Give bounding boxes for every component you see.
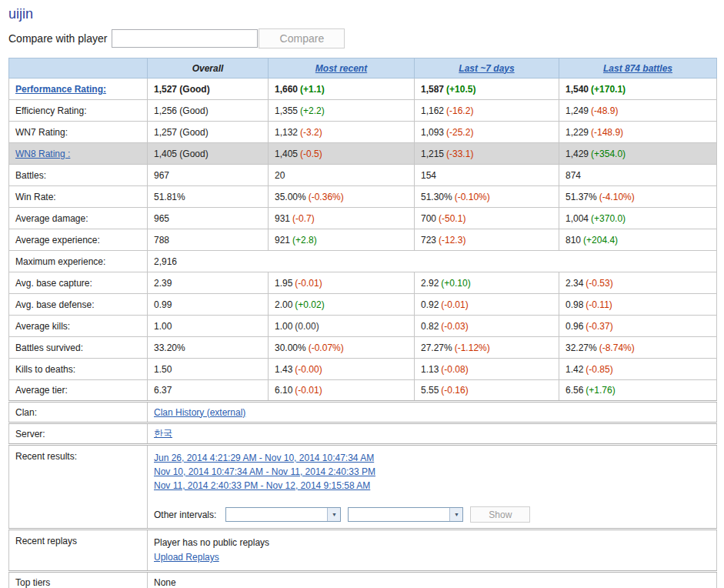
interval-select-value <box>226 508 327 521</box>
row-efficiency-rating: Efficiency Rating:1,256 (Good)1,355(+2.2… <box>9 100 717 122</box>
upload-replays-line: Upload Replays <box>154 550 710 565</box>
row-average-experience: Average experience:788921(+2.8)723(-12.3… <box>9 229 717 251</box>
stat-delta: (-16.2) <box>446 105 473 116</box>
stat-cell: 1,162(-16.2) <box>415 100 559 122</box>
stat-delta: (+204.4) <box>583 235 618 246</box>
stat-cell: 921(+2.8) <box>269 229 415 251</box>
result-interval-link[interactable]: Nov 10, 2014 10:47:34 AM - Nov 11, 2014 … <box>154 465 710 479</box>
stat-value: 700 <box>421 213 436 224</box>
stat-cell: 30.00%(-0.07%) <box>269 337 415 359</box>
col-header-link-last-874-battles[interactable]: Last 874 battles <box>603 63 672 74</box>
row-battles-survived: Battles survived:33.20%30.00%(-0.07%)27.… <box>9 337 717 359</box>
cell-clan: Clan History (external) <box>148 402 717 423</box>
compare-input[interactable] <box>112 29 258 48</box>
interval-select-value <box>349 508 449 521</box>
row-battles: Battles:96720154874 <box>9 165 717 186</box>
stat-delta: (-148.9) <box>591 127 623 138</box>
stat-cell: 1.50 <box>148 359 269 380</box>
stat-value: 921 <box>275 235 290 246</box>
row-label-recent-replays: Recent replays <box>9 530 148 572</box>
chevron-down-icon: ▼ <box>327 508 340 521</box>
stat-value: 1,004 <box>566 213 589 224</box>
stat-cell: 2.00(+0.02) <box>269 294 415 316</box>
compare-button[interactable]: Compare <box>259 28 345 48</box>
stat-value: 1,660 <box>275 84 298 95</box>
stat-delta: (-4.10%) <box>599 192 635 202</box>
stat-cell: 1,093(-25.2) <box>415 122 559 143</box>
performance-rating-link[interactable]: Performance Rating: <box>15 84 106 95</box>
stat-value: 0.92 <box>421 299 439 310</box>
stat-delta: (+2.2) <box>300 105 325 116</box>
server-link[interactable]: 한국 <box>154 428 172 439</box>
stat-value: 2.92 <box>421 278 439 289</box>
page-title: uijin <box>8 6 716 22</box>
stat-cell: 810(+204.4) <box>559 229 717 251</box>
row-label-wn8-rating: WN8 Rating : <box>9 143 148 165</box>
cell-recent-replays: Player has no public replaysUpload Repla… <box>148 530 717 572</box>
stat-cell: 700(-50.1) <box>415 208 559 229</box>
stat-cell: 874 <box>559 165 717 186</box>
stat-cell: 931(-0.7) <box>269 208 415 229</box>
stat-value: 1.42 <box>566 364 583 375</box>
stat-delta: (-0.01) <box>441 299 468 310</box>
row-win-rate: Win Rate:51.81%35.00%(-0.36%)51.30%(-0.1… <box>9 186 717 208</box>
show-button[interactable]: Show <box>470 506 530 523</box>
stat-cell: 0.82(-0.03) <box>415 316 559 337</box>
stat-cell: 967 <box>148 165 269 186</box>
stat-value: 1,405 (Good) <box>154 149 209 159</box>
stat-value: 1,229 <box>566 127 589 138</box>
compare-with-player-label: Compare with player <box>8 32 107 45</box>
stat-cell: 723(-12.3) <box>415 229 559 251</box>
stat-cell: 1,215(-33.1) <box>415 143 559 165</box>
row-label-avg-base-capture: Avg. base capture: <box>9 272 148 294</box>
stat-cell: 2.92(+0.10) <box>415 272 559 294</box>
interval-select-1[interactable]: ▼ <box>225 507 341 522</box>
stat-cell: 1.00(0.00) <box>269 316 415 337</box>
row-label-avg-base-defense: Avg. base defense: <box>9 294 148 316</box>
stat-delta: (-0.7) <box>292 213 315 224</box>
stat-cell: 965 <box>148 208 269 229</box>
stat-value: 1,093 <box>421 127 444 138</box>
row-top-tiers: Top tiersNone <box>9 572 717 588</box>
stat-value: 1,429 <box>566 149 589 159</box>
col-header-link-last-7-days[interactable]: Last ~7 days <box>459 63 514 74</box>
stat-value: 1,405 <box>275 149 298 159</box>
stat-cell: 51.37%(-4.10%) <box>559 186 717 208</box>
cell-server: 한국 <box>148 423 717 445</box>
cell-recent-results: Jun 26, 2014 4:21:29 AM - Nov 10, 2014 1… <box>148 445 717 530</box>
row-label-clan: Clan: <box>9 402 148 423</box>
result-interval-link[interactable]: Nov 11, 2014 2:40:33 PM - Nov 12, 2014 9… <box>154 479 710 493</box>
stat-value: 30.00% <box>275 342 306 353</box>
stat-delta: (+1.1) <box>300 84 325 95</box>
stat-delta: (-12.3) <box>439 235 465 246</box>
stat-cell: 27.27%(-1.12%) <box>415 337 559 359</box>
result-interval-link[interactable]: Jun 26, 2014 4:21:29 AM - Nov 10, 2014 1… <box>154 451 710 465</box>
stat-delta: (-0.11) <box>586 299 612 310</box>
stat-value: 723 <box>421 235 436 246</box>
stat-value: 33.20% <box>154 342 185 353</box>
stat-cell: 6.37 <box>148 380 269 402</box>
other-intervals-label: Other intervals: <box>154 509 216 520</box>
stat-cell: 1,405(-0.5) <box>269 143 415 165</box>
cell-maximum-experience: 2,916 <box>148 251 717 272</box>
stat-cell: 6.56(+1.76) <box>559 380 717 402</box>
upload-replays-link[interactable]: Upload Replays <box>154 552 219 563</box>
stat-value: 810 <box>566 235 581 246</box>
stat-delta: (+354.0) <box>591 149 626 159</box>
stat-value: 27.27% <box>421 342 452 353</box>
row-label-server: Server: <box>9 423 148 445</box>
stat-cell: 0.98(-0.11) <box>559 294 717 316</box>
stat-delta: (0.00) <box>295 321 319 332</box>
stat-cell: 33.20% <box>148 337 269 359</box>
row-wn7-rating: WN7 Rating:1,257 (Good)1,132(-3.2)1,093(… <box>9 122 717 143</box>
interval-select-2[interactable]: ▼ <box>348 507 463 522</box>
row-label-average-kills: Average kills: <box>9 316 148 337</box>
stat-delta: (-0.37) <box>586 321 612 332</box>
stat-cell: 1,660(+1.1) <box>269 79 415 100</box>
wn8-rating-link[interactable]: WN8 Rating : <box>15 149 70 159</box>
row-label-average-tier: Average tier: <box>9 380 148 402</box>
stat-value: 931 <box>275 213 290 224</box>
clan-link[interactable]: Clan History (external) <box>154 407 245 418</box>
stat-value: 1.00 <box>275 321 292 332</box>
col-header-link-most-recent[interactable]: Most recent <box>315 63 367 74</box>
